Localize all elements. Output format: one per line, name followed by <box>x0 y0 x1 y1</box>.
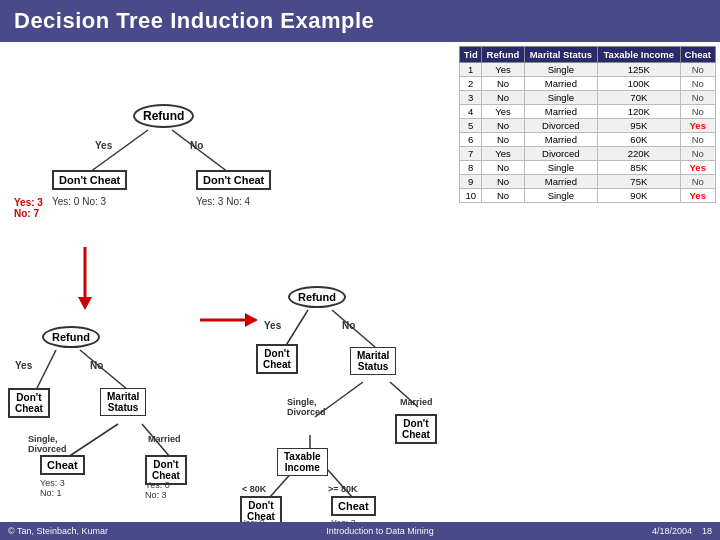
dont-cheat-bottom-left: Don'tCheat <box>8 388 50 418</box>
marital-status-right: MaritalStatus <box>350 347 396 375</box>
svg-line-7 <box>80 350 128 390</box>
gte80k-label: >= 80K <box>328 484 358 494</box>
table-cell: Single <box>524 63 598 77</box>
table-row: 1YesSingle125KNo <box>460 63 716 77</box>
col-refund: Refund <box>482 47 524 63</box>
table-cell: Single <box>524 189 598 203</box>
table-cell: Yes <box>482 147 524 161</box>
table-cell: 70K <box>598 91 680 105</box>
table-cell: No <box>482 133 524 147</box>
dont-cheat-top-left: Don't Cheat <box>52 170 127 190</box>
training-data-table: Tid Refund Marital Status Taxable Income… <box>459 46 716 203</box>
married-label-bottom: Married <box>148 434 181 444</box>
table-cell: Yes <box>680 119 716 133</box>
single-divorced-right: Single,Divorced <box>287 397 326 417</box>
table-cell: 3 <box>460 91 482 105</box>
cheat-gte80k: Cheat <box>331 496 376 516</box>
svg-line-8 <box>68 424 118 457</box>
table-cell: 100K <box>598 77 680 91</box>
counts-cheat: Yes: 3No: 1 <box>40 478 65 498</box>
table-cell: Yes <box>680 161 716 175</box>
dont-cheat-top-right: Don't Cheat <box>196 170 271 190</box>
svg-marker-3 <box>78 297 92 310</box>
svg-line-6 <box>36 350 56 390</box>
counts-top-right: Yes: 3 No: 4 <box>196 196 250 207</box>
table-cell: 220K <box>598 147 680 161</box>
refund-node-top: Refund <box>133 104 194 128</box>
footer-left: © Tan, Steinbach, Kumar <box>8 526 108 536</box>
col-income: Taxable Income <box>598 47 680 63</box>
yes-label-right: Yes <box>264 320 281 331</box>
table-cell: Single <box>524 161 598 175</box>
table-cell: No <box>680 91 716 105</box>
table-cell: Single <box>524 91 598 105</box>
table-cell: 90K <box>598 189 680 203</box>
table-cell: No <box>482 161 524 175</box>
table-cell: 120K <box>598 105 680 119</box>
single-divorced-label: Single,Divorced <box>28 434 67 454</box>
marital-status-bottom-left: MaritalStatus <box>100 388 146 416</box>
table-cell: 7 <box>460 147 482 161</box>
table-row: 9NoMarried75KNo <box>460 175 716 189</box>
col-cheat: Cheat <box>680 47 716 63</box>
svg-marker-5 <box>245 313 258 327</box>
table-row: 3NoSingle70KNo <box>460 91 716 105</box>
table-row: 4YesMarried120KNo <box>460 105 716 119</box>
data-table-area: Tid Refund Marital Status Taxable Income… <box>455 42 720 534</box>
footer-right: 4/18/2004 18 <box>652 526 712 536</box>
table-cell: No <box>680 105 716 119</box>
table-cell: 75K <box>598 175 680 189</box>
table-cell: No <box>680 77 716 91</box>
table-cell: Yes <box>482 105 524 119</box>
table-cell: 10 <box>460 189 482 203</box>
table-row: 6NoMarried60KNo <box>460 133 716 147</box>
svg-line-1 <box>172 130 228 172</box>
no-label-bottom: No <box>90 360 103 371</box>
page-title: Decision Tree Induction Example <box>0 0 720 42</box>
table-cell: 9 <box>460 175 482 189</box>
refund-node-bottom-left: Refund <box>42 326 100 348</box>
table-cell: 85K <box>598 161 680 175</box>
table-cell: No <box>680 63 716 77</box>
dont-cheat-right-yes: Don'tCheat <box>256 344 298 374</box>
table-cell: Married <box>524 105 598 119</box>
tree-diagram: Refund Yes No Don't Cheat Yes: 0 No: 3 D… <box>0 42 455 534</box>
table-cell: Divorced <box>524 147 598 161</box>
table-cell: Divorced <box>524 119 598 133</box>
taxable-income-node: TaxableIncome <box>277 448 328 476</box>
refund-node-bottom-right: Refund <box>288 286 346 308</box>
table-cell: 95K <box>598 119 680 133</box>
yes-label-bottom: Yes <box>15 360 32 371</box>
table-cell: Married <box>524 133 598 147</box>
table-cell: No <box>482 175 524 189</box>
svg-line-0 <box>90 130 148 172</box>
root-counts: Yes: 3No: 7 <box>14 197 43 219</box>
table-cell: No <box>482 119 524 133</box>
table-row: 8NoSingle85KYes <box>460 161 716 175</box>
table-cell: 4 <box>460 105 482 119</box>
table-cell: 5 <box>460 119 482 133</box>
table-cell: Married <box>524 175 598 189</box>
table-cell: 1 <box>460 63 482 77</box>
table-row: 2NoMarried100KNo <box>460 77 716 91</box>
counts-married: Yes: 0No: 3 <box>145 480 170 500</box>
table-cell: No <box>680 175 716 189</box>
married-label-right: Married <box>400 397 433 407</box>
table-cell: Yes <box>680 189 716 203</box>
svg-line-10 <box>285 310 308 347</box>
table-cell: 6 <box>460 133 482 147</box>
table-cell: 125K <box>598 63 680 77</box>
table-body: 1YesSingle125KNo2NoMarried100KNo3NoSingl… <box>460 63 716 203</box>
no-label-top-right: No <box>190 140 203 151</box>
dont-cheat-married-right: Don'tCheat <box>395 414 437 444</box>
counts-top-left: Yes: 0 No: 3 <box>52 196 106 207</box>
col-tid: Tid <box>460 47 482 63</box>
col-marital: Marital Status <box>524 47 598 63</box>
cheat-leaf: Cheat <box>40 455 85 475</box>
table-cell: No <box>680 147 716 161</box>
no-label-right: No <box>342 320 355 331</box>
table-cell: No <box>482 91 524 105</box>
table-cell: No <box>482 189 524 203</box>
table-row: 7YesDivorced220KNo <box>460 147 716 161</box>
table-cell: Married <box>524 77 598 91</box>
